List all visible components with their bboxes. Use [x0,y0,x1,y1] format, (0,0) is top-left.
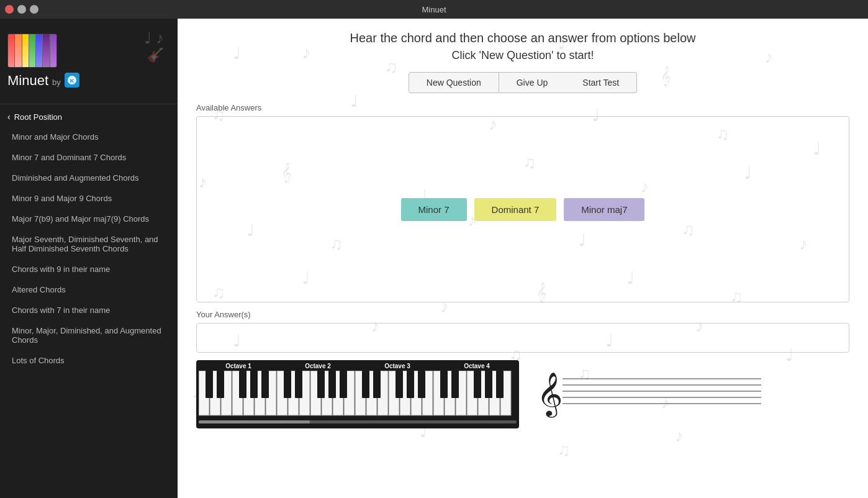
sidebar-item-seventh-half-dim[interactable]: Major Seventh, Diminished Seventh, and H… [0,229,178,259]
main-layout: ♩ ♪ 🎸 [0,19,868,498]
start-test-button[interactable]: Start Test [565,72,637,93]
svg-rect-46 [451,371,459,398]
guitar-deco: 🎸 [147,47,164,63]
octave-label-2: Octave 2 [278,363,358,369]
svg-rect-40 [362,371,369,398]
maximize-button[interactable] [30,5,38,14]
staff-container: 𝄞 [531,360,849,428]
action-buttons: New Question Give Up Start Test [196,72,849,93]
svg-text:K: K [70,78,75,84]
sidebar-item-chords-9[interactable]: Chords with 9 in their name [0,259,178,279]
bottom-section: Octave 1 Octave 2 Octave 3 Octave 4 // W… [196,360,849,433]
svg-rect-32 [239,371,246,398]
current-section-label: Root Position [14,112,62,122]
svg-rect-38 [328,371,336,398]
your-answers-section: Your Answer(s) [196,310,849,353]
app-name-group: Minuet by K [7,73,79,89]
nav-section-header[interactable]: ‹ Root Position [0,107,178,127]
main-heading: Hear the chord and then choose an answer… [196,31,849,45]
octave-labels: Octave 1 Octave 2 Octave 3 Octave 4 [199,363,517,369]
give-up-button[interactable]: Give Up [499,72,566,93]
svg-rect-35 [284,371,291,398]
svg-rect-44 [418,371,425,398]
window-title: Minuet [422,5,446,14]
window-controls [5,5,38,14]
svg-rect-39 [340,371,347,398]
back-arrow-icon: ‹ [7,112,11,122]
sidebar-item-minor-major-dim-aug[interactable]: Minor, Major, Diminished, and Augmented … [0,320,178,350]
octave-label-4: Octave 4 [437,363,517,369]
svg-rect-45 [440,371,448,398]
svg-rect-34 [261,371,269,398]
svg-rect-43 [407,371,414,398]
svg-rect-47 [474,371,481,398]
piano-progress-bar [199,420,517,423]
music-notes-deco: ♩ ♪ [144,29,164,48]
your-answers-label: Your Answer(s) [196,310,849,319]
content-inner: Hear the chord and then choose an answer… [178,19,868,498]
octave-label-3: Octave 3 [358,363,437,369]
app-logo [7,34,57,68]
close-button[interactable] [5,5,14,14]
sidebar: ♩ ♪ 🎸 [0,19,178,498]
sidebar-item-major7b9[interactable]: Major 7(b9) and Major maj7(9) Chords [0,209,178,229]
chord-option-dominant7[interactable]: Dominant 7 [474,198,557,221]
minimize-button[interactable] [17,5,26,14]
svg-rect-31 [217,371,224,398]
piano-container: Octave 1 Octave 2 Octave 3 Octave 4 // W… [196,360,519,422]
sidebar-item-minor-major[interactable]: Minor and Major Chords [0,127,178,147]
sidebar-item-dim-aug[interactable]: Diminished and Augmented Chords [0,168,178,188]
staff-svg: 𝄞 [531,366,767,422]
chord-option-minor-maj7[interactable]: Minor maj7 [564,198,644,221]
svg-rect-36 [295,371,302,398]
svg-rect-49 [496,371,504,398]
svg-rect-41 [373,371,381,398]
available-answers-label: Available Answers [196,103,849,112]
svg-text:𝄞: 𝄞 [536,372,563,418]
answers-box: Minor 7 Dominant 7 Minor maj7 [196,116,849,302]
kde-badge: K [65,73,79,88]
sidebar-item-minor7-dom7[interactable]: Minor 7 and Dominant 7 Chords [0,147,178,168]
piano-keys-svg[interactable]: // We'll draw via inline SVG content [199,371,517,417]
sidebar-item-minor9-major9[interactable]: Minor 9 and Major 9 Chords [0,188,178,209]
octave-label-1: Octave 1 [199,363,278,369]
main-content: ♩♪ ♫♩ 𝄞♪ ♫♩ ♪♩ ♫♩ ♪𝄞 ♩♫ ♪♩ ♩♫ ♪♩ ♫♪ ♫♩ ♪… [178,19,868,498]
sidebar-nav: ‹ Root Position Minor and Major Chords M… [0,104,178,498]
svg-rect-42 [396,371,403,398]
sidebar-item-altered[interactable]: Altered Chords [0,279,178,300]
svg-rect-33 [250,371,258,398]
new-question-button[interactable]: New Question [409,72,499,93]
sidebar-header: ♩ ♪ 🎸 [0,19,178,104]
piano-progress-fill [199,420,310,423]
sidebar-item-lots-of-chords[interactable]: Lots of Chords [0,350,178,371]
piano-bg: Octave 1 Octave 2 Octave 3 Octave 4 // W… [196,360,519,428]
svg-rect-37 [317,371,325,398]
app-name: Minuet [7,73,48,89]
sidebar-item-chords-7[interactable]: Chords with 7 in their name [0,300,178,320]
by-label: by [52,78,61,87]
your-answers-box [196,323,849,353]
svg-rect-48 [485,371,492,398]
sub-heading: Click 'New Question' to start! [196,49,849,62]
chord-option-minor7[interactable]: Minor 7 [401,198,467,221]
svg-rect-30 [206,371,213,398]
titlebar: Minuet [0,0,868,19]
